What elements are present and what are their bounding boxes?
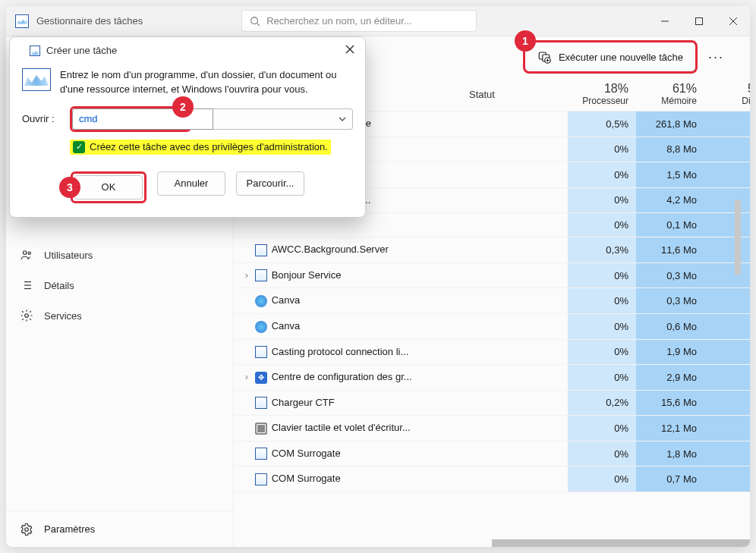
process-name: Casting protocol connection li... — [272, 346, 409, 357]
process-name: COM Surrogate — [272, 473, 341, 484]
cell-memory: 15,6 Mo — [636, 390, 704, 416]
cell-status — [461, 137, 568, 162]
cell-disk: 0 — [704, 137, 750, 162]
cell-status — [461, 313, 568, 339]
dialog-titlebar: Créer une tâche — [10, 37, 365, 64]
sidebar-item-label: Utilisateurs — [44, 250, 93, 261]
sidebar-item-label: Services — [44, 310, 82, 322]
admin-checkbox[interactable]: ✓ — [73, 141, 85, 153]
chevron-right-icon[interactable]: › — [241, 269, 252, 281]
table-row[interactable]: COM Surrogate0%1,8 Mo0 — [234, 441, 750, 467]
cell-name[interactable]: › Bonjour Service — [234, 262, 461, 288]
col-memory[interactable]: 61% Mémoire — [636, 77, 704, 112]
minimize-button[interactable] — [647, 6, 682, 36]
admin-checkbox-row[interactable]: ✓ Créez cette tâche avec des privilèges … — [70, 140, 331, 155]
annotation-2: 2 — [70, 106, 191, 132]
cell-memory: 0,1 Mo — [636, 213, 704, 237]
table-row[interactable]: › ✥Centre de configuration des gr...0%2,… — [234, 365, 750, 391]
cell-memory: 8,8 Mo — [636, 137, 704, 162]
sidebar-item-settings[interactable]: Paramètres — [6, 511, 233, 547]
ok-button[interactable]: OK — [74, 175, 143, 200]
table-row[interactable]: Chargeur CTF0,2%15,6 Mo0 — [234, 390, 750, 416]
svg-point-14 — [25, 314, 29, 318]
vertical-scrollbar[interactable] — [735, 200, 741, 275]
col-disk[interactable]: 5% Disqu — [704, 77, 750, 112]
process-name: Bonjour Service — [272, 269, 342, 281]
cell-name[interactable]: COM Surrogate — [234, 467, 461, 492]
svg-rect-3 — [695, 17, 702, 24]
cell-name[interactable]: Chargeur CTF — [234, 390, 461, 416]
cell-disk: 0 — [704, 313, 750, 339]
maximize-button[interactable] — [682, 6, 716, 36]
table-row[interactable]: Casting protocol connection li...0%1,9 M… — [234, 339, 750, 365]
cell-status — [461, 441, 568, 467]
table-row[interactable]: Clavier tactile et volet d'écritur...0%1… — [234, 416, 750, 441]
process-name: Clavier tactile et volet d'écritur... — [272, 422, 411, 433]
cell-memory: 2,9 Mo — [636, 365, 704, 391]
cell-status — [461, 365, 568, 391]
dialog-close-button[interactable] — [345, 45, 354, 56]
cell-name[interactable]: COM Surrogate — [234, 441, 461, 467]
browse-button[interactable]: Parcourir... — [236, 171, 304, 196]
app-icon — [15, 14, 29, 28]
window-controls — [647, 6, 750, 36]
svg-point-15 — [25, 527, 29, 531]
cell-disk: 0 — [704, 365, 750, 391]
cell-name[interactable]: Casting protocol connection li... — [234, 339, 461, 365]
cell-memory: 0,6 Mo — [636, 313, 704, 339]
cell-disk: 0 — [704, 213, 750, 237]
annotation-badge-1: 1 — [515, 30, 536, 52]
sidebar-item-services[interactable]: Services — [6, 300, 233, 331]
open-dropdown[interactable] — [197, 108, 353, 130]
cell-memory: 261,8 Mo — [636, 112, 704, 137]
annotation-badge-2: 2 — [172, 96, 194, 118]
table-row[interactable]: Canva0%0,6 Mo0 — [234, 313, 750, 339]
cell-status — [461, 112, 568, 137]
run-new-task-label: Exécuter une nouvelle tâche — [559, 52, 683, 63]
cell-disk: 0 — [704, 441, 750, 467]
dialog-message: Entrez le nom d'un programme, d'un dossi… — [60, 68, 353, 97]
run-new-task-button[interactable]: Exécuter une nouvelle tâche — [525, 42, 695, 71]
cell-name[interactable]: Canva — [234, 288, 461, 314]
cell-disk: 0 — [704, 187, 750, 213]
table-row[interactable]: Canva0%0,3 Mo0 — [234, 288, 750, 314]
table-row[interactable]: AWCC.Background.Server0,3%11,6 Mo0 — [234, 237, 750, 263]
cell-name[interactable]: Clavier tactile et volet d'écritur... — [234, 416, 461, 441]
cell-memory: 0,7 Mo — [636, 467, 704, 492]
more-button[interactable]: ··· — [705, 49, 727, 65]
cell-cpu: 0% — [568, 365, 636, 391]
process-icon — [255, 397, 267, 409]
titlebar: Gestionnaire des tâches Recherchez un no… — [6, 6, 750, 36]
cell-name[interactable]: AWCC.Background.Server — [234, 237, 461, 263]
horizontal-scrollbar[interactable] — [492, 539, 750, 547]
cell-status — [461, 162, 568, 188]
cell-status — [461, 288, 568, 314]
chevron-right-icon[interactable]: › — [241, 371, 252, 382]
search-field[interactable]: Recherchez un nom, un éditeur... — [241, 10, 477, 32]
cell-name[interactable]: Canva — [234, 313, 461, 339]
create-task-dialog: Créer une tâche Entrez le nom d'un progr… — [9, 36, 366, 218]
cancel-button[interactable]: Annuler — [157, 171, 225, 196]
sidebar-item-users[interactable]: Utilisateurs — [6, 240, 233, 270]
app-title: Gestionnaire des tâches — [36, 15, 143, 27]
cell-name[interactable]: › ✥Centre de configuration des gr... — [234, 365, 461, 391]
col-status[interactable]: Statut — [461, 77, 568, 112]
dialog-icon — [30, 46, 40, 56]
close-button[interactable] — [716, 6, 750, 36]
cell-memory: 0,3 Mo — [636, 288, 704, 314]
cell-cpu: 0,2% — [568, 390, 636, 416]
cell-memory: 4,2 Mo — [636, 187, 704, 213]
col-cpu[interactable]: 18% Processeur — [568, 77, 636, 112]
table-row[interactable]: › Bonjour Service0%0,3 Mo0 — [234, 262, 750, 288]
process-name: Centre de configuration des gr... — [272, 371, 412, 382]
cell-cpu: 0% — [568, 213, 636, 237]
table-row[interactable]: COM Surrogate0%0,7 Mo0 — [234, 467, 750, 492]
annotation-badge-3: 3 — [59, 177, 80, 198]
cell-cpu: 0% — [568, 187, 636, 213]
sidebar-item-details[interactable]: Détails — [6, 270, 233, 300]
cell-disk: 0 — [704, 467, 750, 492]
details-icon — [20, 278, 33, 292]
cell-status — [461, 213, 568, 237]
process-name: Canva — [272, 294, 301, 306]
process-icon — [255, 473, 267, 485]
